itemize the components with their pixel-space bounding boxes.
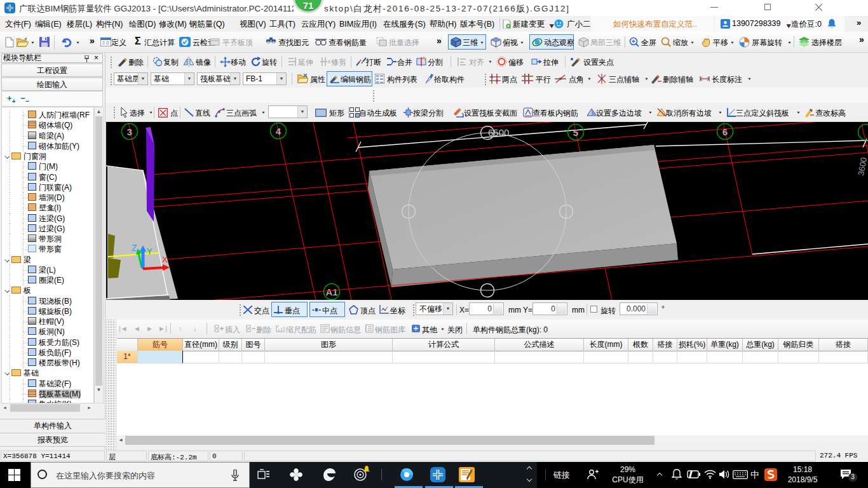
svg-text:3600: 3600 bbox=[856, 156, 868, 176]
svg-text:3: 3 bbox=[127, 126, 132, 137]
svg-text:A1: A1 bbox=[325, 287, 337, 297]
svg-text:Z: Z bbox=[132, 243, 137, 253]
svg-text:6: 6 bbox=[722, 126, 728, 137]
svg-text:6500: 6500 bbox=[488, 127, 509, 138]
svg-text:Y: Y bbox=[147, 247, 153, 256]
svg-text:4: 4 bbox=[276, 126, 281, 137]
svg-text:X: X bbox=[162, 255, 168, 264]
svg-text:5: 5 bbox=[573, 127, 578, 138]
